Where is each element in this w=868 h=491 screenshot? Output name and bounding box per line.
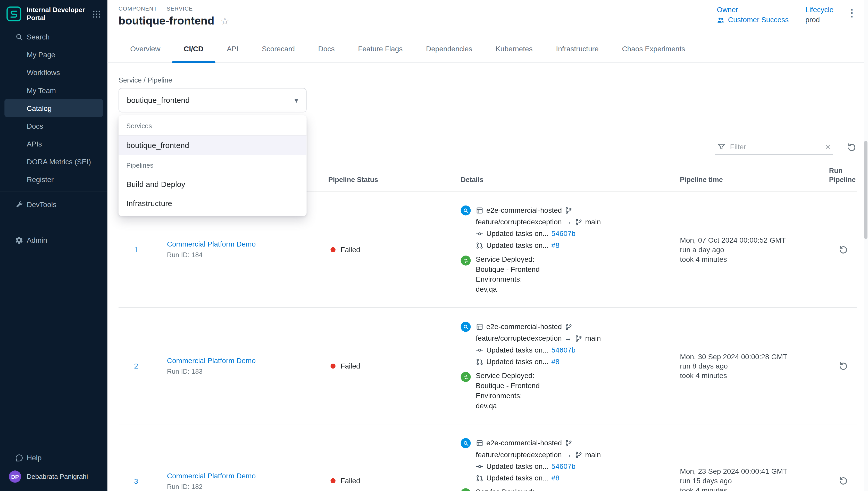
- lifecycle-group: Lifecycle prod: [805, 6, 834, 24]
- entity-tabs: Overview CI/CD API Scorecard Docs Featur…: [107, 34, 868, 63]
- scrollbar-thumb[interactable]: [864, 141, 867, 239]
- sidebar-item-help[interactable]: Help: [0, 449, 107, 466]
- tab-cicd[interactable]: CI/CD: [172, 34, 215, 62]
- help-chat-icon: [15, 453, 27, 462]
- run-number-link[interactable]: 1: [134, 246, 138, 254]
- app-logo-icon: [6, 6, 23, 23]
- run-number-link[interactable]: 2: [134, 362, 138, 370]
- app-title: Internal Developer Portal: [27, 6, 88, 22]
- git-commit-icon: [476, 462, 484, 470]
- sidebar: Internal Developer Portal Search My Page…: [0, 0, 107, 491]
- tab-kubernetes[interactable]: Kubernetes: [484, 34, 544, 62]
- pull-request-icon: [476, 241, 484, 249]
- col-header-run-pipeline: Run Pipeline: [829, 167, 857, 184]
- sidebar-item-dora-metrics[interactable]: DORA Metrics (SEI): [0, 153, 107, 170]
- table-row: 2 Commercial Platform Demo Run ID: 183 F…: [119, 308, 857, 424]
- sidebar-item-apis[interactable]: APIs: [0, 135, 107, 152]
- ci-details-block: e2e-commercial-hosted feature/corruptede…: [461, 437, 680, 484]
- source-branch: feature/corruptedexception: [476, 334, 562, 342]
- owner-value-link[interactable]: Customer Success: [728, 16, 789, 24]
- owner-label[interactable]: Owner: [717, 6, 788, 14]
- pipeline-picker-label: Service / Pipeline: [119, 76, 857, 84]
- sidebar-item-label: DORA Metrics (SEI): [27, 157, 91, 166]
- filter-input[interactable]: [730, 143, 821, 151]
- tab-api[interactable]: API: [215, 34, 250, 62]
- col-header-details: Details: [461, 175, 680, 184]
- run-number-link[interactable]: 3: [134, 477, 138, 485]
- sidebar-item-admin[interactable]: Admin: [0, 231, 107, 249]
- pipeline-name-link[interactable]: Commercial Platform Demo: [167, 471, 328, 480]
- sidebar-item-label: Register: [27, 175, 54, 183]
- run-pipeline-button[interactable]: [838, 360, 848, 371]
- status-failed-dot: [331, 363, 335, 368]
- tab-scorecard[interactable]: Scorecard: [250, 34, 307, 62]
- tab-dependencies[interactable]: Dependencies: [414, 34, 484, 62]
- ci-details-block: e2e-commercial-hosted feature/corruptede…: [461, 204, 680, 251]
- pr-message: Updated tasks on...: [486, 241, 549, 249]
- lifecycle-label[interactable]: Lifecycle: [805, 6, 834, 14]
- run-id: Run ID: 184: [167, 251, 328, 259]
- tab-overview[interactable]: Overview: [119, 34, 172, 62]
- favorite-star-icon[interactable]: ☆: [220, 16, 229, 26]
- main-content: COMPONENT — SERVICE boutique-frontend ☆ …: [107, 0, 868, 491]
- sidebar-item-register[interactable]: Register: [0, 170, 107, 188]
- tab-docs[interactable]: Docs: [306, 34, 346, 62]
- sidebar-item-my-page[interactable]: My Page: [0, 46, 107, 63]
- wrench-icon: [15, 200, 27, 208]
- dropdown-option-infrastructure[interactable]: Infrastructure: [119, 194, 307, 212]
- repo-name: e2e-commercial-hosted: [486, 322, 562, 330]
- status-failed-dot: [331, 479, 335, 483]
- pipeline-run-date: Mon, 07 Oct 2024 00:00:52 GMT: [680, 235, 829, 245]
- pipeline-run-ago: run 8 days ago: [680, 361, 829, 371]
- tab-chaos-experiments[interactable]: Chaos Experiments: [610, 34, 697, 62]
- run-id: Run ID: 182: [167, 483, 328, 490]
- sidebar-item-workflows[interactable]: Workflows: [0, 63, 107, 81]
- target-branch: main: [585, 218, 601, 226]
- pipeline-name-link[interactable]: Commercial Platform Demo: [167, 356, 328, 365]
- apps-grid-icon[interactable]: [92, 10, 100, 18]
- git-commit-icon: [476, 230, 484, 237]
- repository-icon: [476, 206, 484, 214]
- lifecycle-value: prod: [805, 16, 834, 24]
- commit-hash-link[interactable]: 54607b: [552, 346, 576, 354]
- avatar: DP: [9, 470, 21, 483]
- filter-control[interactable]: ✕: [715, 139, 833, 155]
- status-text: Failed: [340, 362, 360, 370]
- dropdown-option-build-and-deploy[interactable]: Build and Deploy: [119, 175, 307, 194]
- sidebar-item-devtools[interactable]: DevTools: [0, 196, 107, 213]
- cd-stage-icon: [461, 488, 471, 491]
- chevron-down-icon: ▾: [294, 96, 298, 104]
- sidebar-item-catalog[interactable]: Catalog: [4, 99, 103, 117]
- pipeline-select[interactable]: boutique_frontend ▾: [119, 88, 307, 112]
- commit-hash-link[interactable]: 54607b: [552, 229, 576, 237]
- refresh-button[interactable]: [846, 142, 857, 152]
- user-menu[interactable]: DP Debabrata Panigrahi: [0, 466, 107, 487]
- pr-number-link[interactable]: #8: [552, 241, 559, 249]
- sidebar-item-docs[interactable]: Docs: [0, 117, 107, 135]
- pipeline-name-link[interactable]: Commercial Platform Demo: [167, 240, 328, 248]
- sidebar-item-label: Search: [27, 32, 50, 41]
- run-pipeline-button[interactable]: [838, 475, 848, 486]
- filter-funnel-icon[interactable]: [717, 143, 725, 151]
- deploy-info-line: Boutique - Frontend: [476, 265, 540, 275]
- dropdown-option-boutique-frontend[interactable]: boutique_frontend: [119, 136, 307, 155]
- pr-number-link[interactable]: #8: [552, 474, 559, 482]
- git-branch-icon: [575, 451, 582, 459]
- filter-clear-icon[interactable]: ✕: [825, 143, 831, 151]
- sidebar-item-search[interactable]: Search: [0, 28, 107, 46]
- tab-feature-flags[interactable]: Feature Flags: [346, 34, 414, 62]
- pipeline-select-dropdown: Services boutique_frontend Pipelines Bui…: [119, 115, 307, 216]
- pipeline-run-ago: run 15 days ago: [680, 476, 829, 486]
- app-window: Internal Developer Portal Search My Page…: [0, 0, 868, 491]
- commit-hash-link[interactable]: 54607b: [552, 462, 576, 470]
- col-header-pipeline-status: Pipeline Status: [328, 175, 461, 184]
- run-pipeline-button[interactable]: [838, 244, 848, 255]
- sidebar-nav: Search My Page Workflows My Team Catalog…: [0, 28, 107, 249]
- pr-number-link[interactable]: #8: [552, 357, 559, 366]
- sidebar-item-my-team[interactable]: My Team: [0, 81, 107, 99]
- sidebar-item-label: Help: [27, 453, 42, 462]
- arrow-right-icon: →: [565, 218, 572, 226]
- tab-infrastructure[interactable]: Infrastructure: [544, 34, 610, 62]
- deploy-info-line: Boutique - Frontend: [476, 381, 540, 391]
- more-options-kebab-icon[interactable]: ⋮: [847, 8, 857, 18]
